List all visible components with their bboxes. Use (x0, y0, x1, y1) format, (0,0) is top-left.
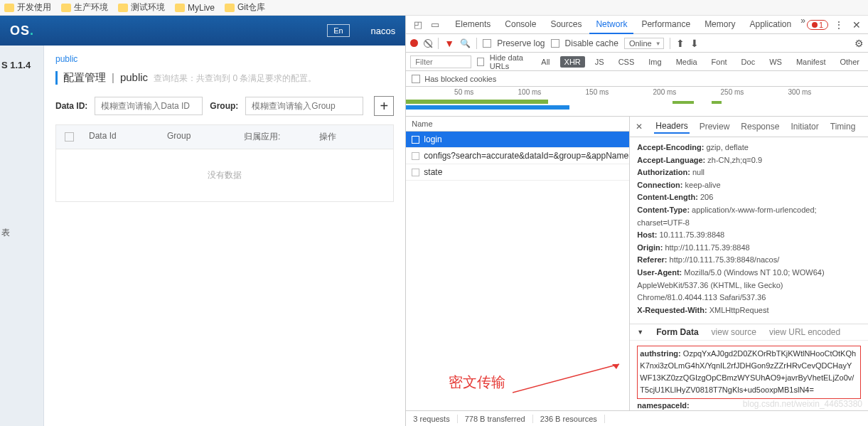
no-data-message: 没有数据 (56, 149, 393, 201)
annotation-arrow (513, 361, 633, 396)
filter-other[interactable]: Other (835, 56, 864, 68)
bookmark-item[interactable]: 生产环境 (61, 1, 108, 14)
svg-marker-1 (612, 364, 619, 369)
record-icon[interactable] (410, 39, 418, 47)
dataid-label: Data ID: (55, 101, 87, 111)
filter-xhr[interactable]: XHR (560, 56, 585, 68)
upload-icon[interactable]: ⬆ (676, 38, 685, 49)
close-detail-icon[interactable]: ✕ (636, 122, 643, 132)
filter-manifest[interactable]: Manifest (792, 56, 830, 68)
detail-tab-headers[interactable]: Headers (654, 119, 689, 134)
annotation-text: 密文传输 (449, 373, 505, 392)
detail-tab-initiator[interactable]: Initiator (789, 120, 820, 133)
blocked-cookies-checkbox[interactable] (412, 75, 420, 83)
clear-icon[interactable] (424, 39, 432, 48)
filter-css[interactable]: CSS (614, 56, 639, 68)
dataid-input[interactable] (95, 97, 203, 115)
view-url-encoded-link[interactable]: view URL encoded (769, 327, 840, 337)
bookmarks-bar: 开发使用 生产环境 测试环境 MyLive Git仓库 (0, 0, 868, 16)
device-toggle-icon[interactable]: ▭ (427, 18, 443, 32)
filter-doc[interactable]: Doc (737, 56, 760, 68)
bookmark-item[interactable]: Git仓库 (225, 1, 265, 14)
filter-input[interactable] (410, 55, 471, 68)
nacos-logo: OS. (10, 23, 34, 38)
filter-img[interactable]: Img (644, 56, 665, 68)
filter-js[interactable]: JS (591, 56, 609, 68)
detail-tab-timing[interactable]: Timing (829, 120, 857, 133)
bookmark-item[interactable]: 测试环境 (118, 1, 165, 14)
disable-cache-checkbox[interactable] (551, 39, 559, 48)
col-dataid: Data Id (82, 125, 160, 149)
detail-tab-response[interactable]: Response (739, 120, 781, 133)
status-requests: 3 requests (406, 415, 457, 423)
col-group: Group (160, 125, 237, 149)
tab-network[interactable]: Network (589, 16, 633, 34)
disable-cache-label: Disable cache (565, 38, 618, 48)
preserve-log-label: Preserve log (497, 38, 545, 48)
tab-memory[interactable]: Memory (698, 16, 741, 34)
bookmark-item[interactable]: 开发使用 (4, 1, 51, 14)
nacos-header: OS. En nacos (0, 16, 405, 46)
filter-font[interactable]: Font (707, 56, 732, 68)
request-list-header: Name (406, 117, 629, 132)
preserve-log-checkbox[interactable] (483, 39, 491, 48)
filter-bar: Hide data URLs All XHR JS CSS Img Media … (406, 53, 868, 71)
hide-dataurls-checkbox[interactable] (477, 58, 484, 66)
group-input[interactable] (245, 97, 363, 115)
detail-tab-preview[interactable]: Preview (698, 120, 732, 133)
search-row: Data ID: Group: + (55, 96, 394, 116)
search-icon[interactable]: 🔍 (460, 38, 471, 48)
download-icon[interactable]: ⬇ (690, 38, 699, 49)
folder-icon (61, 4, 71, 12)
nacos-sidebar: S 1.1.4 表 (0, 46, 44, 426)
tab-sources[interactable]: Sources (544, 16, 588, 34)
form-data-section[interactable]: ▼ Form Data view source view URL encoded (630, 324, 868, 341)
lang-toggle[interactable]: En (327, 24, 349, 37)
inspect-icon[interactable]: ◰ (410, 18, 426, 32)
devtools-pane: ◰ ▭ Elements Console Sources Network Per… (406, 16, 868, 426)
request-row[interactable]: state (406, 164, 629, 181)
status-resources: 236 B resources (533, 415, 605, 423)
filter-ws[interactable]: WS (765, 56, 786, 68)
tab-elements[interactable]: Elements (449, 16, 497, 34)
tabs-more-icon[interactable]: » (800, 16, 805, 34)
filter-toggle-icon[interactable]: ▼ (444, 38, 454, 49)
tab-performance[interactable]: Performance (635, 16, 697, 34)
config-table: Data Id Group 归属应用: 操作 没有数据 (55, 124, 394, 202)
filter-media[interactable]: Media (672, 56, 702, 68)
nacos-pane: OS. En nacos S 1.1.4 表 public 配置管理 | pub… (0, 16, 406, 426)
request-row[interactable]: login (406, 132, 629, 148)
network-status-bar: 3 requests 778 B transferred 236 B resou… (406, 410, 868, 426)
highlighted-payload: authstring: OzpqYxAJ0gd2D0ZKOrRbTKjKWtlN… (637, 346, 861, 398)
select-all-checkbox[interactable] (65, 132, 74, 142)
tab-application[interactable]: Application (743, 16, 798, 34)
settings-icon[interactable]: ⚙ (854, 38, 864, 49)
network-toolbar: ▼ 🔍 Preserve log Disable cache Online ⬆ … (406, 34, 868, 53)
namespace-tab[interactable]: public (55, 54, 394, 64)
bookmark-item[interactable]: MyLive (175, 3, 215, 13)
user-menu[interactable]: nacos (371, 26, 396, 36)
blocked-cookies-row: Has blocked cookies (406, 71, 868, 87)
devtools-menu-icon[interactable]: ⋮ (831, 19, 847, 31)
folder-icon (118, 4, 128, 12)
nacos-content: public 配置管理 | public 查询结果：共查询到 0 条满足要求的配… (44, 46, 405, 426)
filter-all[interactable]: All (537, 56, 554, 68)
sidebar-item[interactable]: 表 (0, 227, 43, 239)
request-detail: ✕ Headers Preview Response Initiator Tim… (630, 117, 868, 410)
tab-console[interactable]: Console (498, 16, 542, 34)
folder-icon (175, 4, 185, 12)
network-timeline[interactable]: 50 ms 100 ms 150 ms 200 ms 250 ms 300 ms (406, 87, 868, 117)
devtools-topbar: ◰ ▭ Elements Console Sources Network Per… (406, 16, 868, 34)
blocked-cookies-label: Has blocked cookies (424, 75, 496, 83)
detail-tabs: ✕ Headers Preview Response Initiator Tim… (630, 117, 868, 137)
devtools-close-icon[interactable]: ✕ (850, 19, 864, 31)
folder-icon (225, 4, 235, 12)
table-header: Data Id Group 归属应用: 操作 (56, 125, 393, 149)
request-row[interactable]: configs?search=accurate&dataId=&group=&a… (406, 148, 629, 164)
throttle-select[interactable]: Online (624, 38, 664, 49)
page-title: 配置管理 | public 查询结果：共查询到 0 条满足要求的配置。 (55, 71, 394, 85)
add-config-button[interactable]: + (374, 96, 394, 116)
version-label: S 1.1.4 (0, 60, 43, 70)
view-source-link[interactable]: view source (712, 327, 756, 337)
error-badge[interactable]: 1 (807, 20, 828, 30)
